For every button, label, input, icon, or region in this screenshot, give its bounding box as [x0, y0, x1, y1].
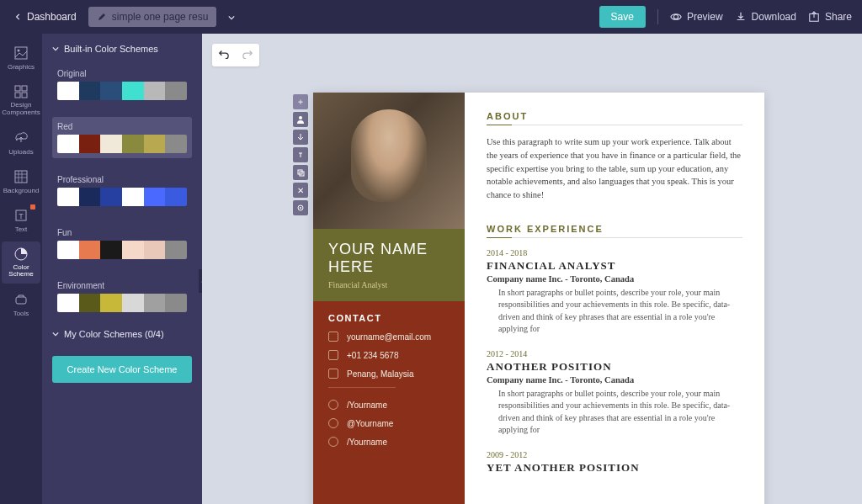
rail-item-design-components[interactable]: Design Components	[2, 79, 40, 122]
download-button[interactable]: Download	[735, 11, 796, 23]
color-swatch	[79, 188, 101, 206]
preview-button[interactable]: Preview	[670, 11, 723, 23]
canvas-area[interactable]: ＋ ✕ YOUR NAME HERE Financial Analyst CON…	[202, 34, 862, 504]
rail-item-tools[interactable]: Tools	[2, 287, 40, 322]
job-dates: 2014 - 2018	[487, 248, 742, 257]
user-button[interactable]	[293, 112, 308, 127]
redo-button[interactable]	[236, 44, 259, 66]
phone-icon	[328, 350, 338, 360]
color-swatch	[79, 135, 101, 153]
color-swatch	[100, 294, 122, 312]
color-swatch	[165, 294, 187, 312]
builtin-schemes-toggle[interactable]: Built-in Color Schemes	[52, 44, 192, 54]
page-down-button[interactable]	[293, 130, 308, 145]
name-block[interactable]: YOUR NAME HERE Financial Analyst	[313, 229, 465, 301]
contact-heading: CONTACT	[328, 313, 450, 323]
delete-button[interactable]: ✕	[293, 183, 308, 198]
swatch-row[interactable]	[57, 135, 187, 153]
settings-button[interactable]	[293, 200, 308, 215]
color-swatch	[79, 294, 101, 312]
rail-item-background[interactable]: Background	[2, 164, 40, 199]
color-swatch	[165, 82, 187, 100]
color-swatch	[144, 135, 166, 153]
swatch-row[interactable]	[57, 294, 187, 312]
svg-rect-11	[16, 297, 26, 304]
job-entry[interactable]: 2009 - 2012YET ANOTHER POSITION	[487, 450, 742, 475]
chevron-left-icon	[15, 13, 22, 20]
color-swatch	[144, 241, 166, 259]
scheme-environment[interactable]: Environment	[52, 276, 192, 317]
about-heading: ABOUT	[487, 111, 742, 121]
job-entry[interactable]: 2014 - 2018FINANCIAL ANALYSTCompany name…	[487, 248, 742, 336]
underline	[487, 237, 742, 238]
divider	[328, 387, 396, 388]
social-row: /Yourname	[328, 400, 450, 410]
scheme-fun[interactable]: Fun	[52, 223, 192, 264]
color-swatch	[144, 294, 166, 312]
color-swatch	[122, 135, 144, 153]
dashboard-button[interactable]: Dashboard	[10, 8, 82, 26]
contact-email: yourname@email.com	[328, 332, 450, 342]
color-swatch	[100, 135, 122, 153]
color-swatch	[57, 294, 79, 312]
job-dates: 2009 - 2012	[487, 450, 742, 459]
color-swatch	[122, 188, 144, 206]
job-description: In short paragraphs or bullet points, de…	[487, 388, 742, 437]
document-title-input[interactable]: simple one page resu	[88, 7, 217, 27]
scheme-label: Fun	[57, 228, 187, 237]
svg-point-12	[299, 116, 302, 119]
social-icon	[328, 400, 338, 410]
rail-item-text[interactable]: T Text	[2, 203, 40, 238]
swatch-row[interactable]	[57, 82, 187, 100]
tools-icon	[13, 292, 29, 307]
contact-location: Penang, Malaysia	[328, 369, 450, 379]
job-entry[interactable]: 2012 - 2014ANOTHER POSITIONCompany name …	[487, 349, 742, 437]
title-dropdown-button[interactable]	[223, 6, 240, 29]
job-company: Company name Inc. - Toronto, Canada	[487, 375, 742, 385]
share-button[interactable]: Share	[808, 11, 852, 23]
svg-point-2	[18, 50, 20, 52]
social-icon	[328, 437, 338, 447]
svg-rect-7	[15, 171, 27, 183]
scheme-label: Red	[57, 122, 187, 131]
duplicate-button[interactable]	[293, 165, 308, 180]
create-color-scheme-button[interactable]: Create New Color Scheme	[52, 356, 192, 383]
document-title-text: simple one page resu	[112, 11, 209, 23]
scheme-red[interactable]: Red	[52, 117, 192, 158]
scheme-professional[interactable]: Professional	[52, 170, 192, 211]
undo-button[interactable]	[212, 44, 236, 66]
save-button[interactable]: Save	[599, 6, 646, 28]
mail-icon	[328, 332, 338, 342]
portrait-photo[interactable]	[313, 93, 465, 229]
color-swatch	[100, 188, 122, 206]
job-company: Company name Inc. - Toronto, Canada	[487, 274, 742, 284]
svg-rect-5	[15, 93, 20, 98]
social-icon	[328, 418, 338, 428]
color-swatch	[100, 82, 122, 100]
style-button[interactable]	[293, 147, 308, 162]
job-title: YET ANOTHER POSITION	[487, 461, 742, 475]
color-scheme-panel: Built-in Color Schemes OriginalRedProfes…	[42, 34, 202, 504]
color-swatch	[144, 82, 166, 100]
location-icon	[328, 369, 338, 379]
role-text: Financial Analyst	[328, 280, 450, 289]
swatch-row[interactable]	[57, 188, 187, 206]
swatch-row[interactable]	[57, 241, 187, 259]
contact-block[interactable]: CONTACT yourname@email.com +01 234 5678 …	[313, 301, 465, 467]
resume-document[interactable]: YOUR NAME HERE Financial Analyst CONTACT…	[313, 93, 764, 504]
rail-item-graphics[interactable]: Graphics	[2, 40, 40, 76]
add-page-button[interactable]: ＋	[293, 94, 308, 109]
scheme-original[interactable]: Original	[52, 64, 192, 105]
job-title: ANOTHER POSITION	[487, 360, 742, 374]
job-description: In short paragraphs or bullet points, de…	[487, 287, 742, 336]
about-text[interactable]: Use this paragraph to write sum up your …	[487, 135, 742, 202]
underline	[487, 125, 742, 125]
chevron-down-icon	[52, 331, 59, 337]
person-icon	[296, 115, 305, 124]
color-scheme-icon	[13, 247, 29, 262]
pencil-icon	[97, 12, 107, 22]
my-schemes-toggle[interactable]: My Color Schemes (0/4)	[52, 329, 192, 339]
color-swatch	[57, 241, 79, 259]
rail-item-color-scheme[interactable]: Color Scheme	[2, 241, 40, 284]
rail-item-uploads[interactable]: Uploads	[2, 125, 40, 161]
